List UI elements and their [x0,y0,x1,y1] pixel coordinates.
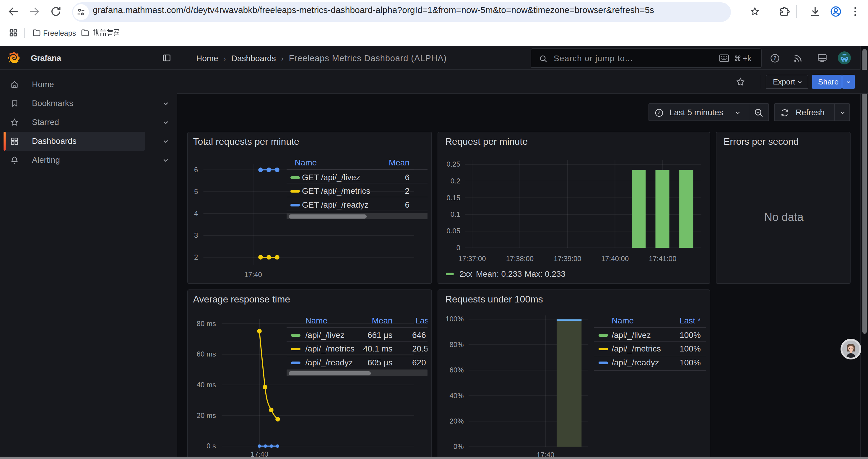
svg-text:20%: 20% [450,417,464,425]
svg-text:0%: 0% [454,442,464,451]
svg-text:17:40:00: 17:40:00 [601,255,629,263]
svg-text:17:41:00: 17:41:00 [649,255,676,263]
svg-text:6: 6 [194,166,198,174]
svg-text:20 ms: 20 ms [196,412,216,419]
svg-text:0 s: 0 s [206,442,216,450]
svg-text:0.15: 0.15 [446,194,460,202]
svg-text:40%: 40% [450,392,464,400]
svg-text:60%: 60% [450,366,464,374]
svg-text:17:38:00: 17:38:00 [506,255,533,263]
svg-text:17:40: 17:40 [244,270,262,278]
svg-text:0: 0 [457,244,460,252]
svg-text:3: 3 [194,231,198,239]
svg-text:?: ? [773,55,777,61]
svg-text:0.25: 0.25 [446,160,460,168]
svg-text:2: 2 [194,253,198,261]
svg-text:17:39:00: 17:39:00 [554,255,581,263]
svg-text:0.2: 0.2 [451,177,460,185]
svg-text:80 ms: 80 ms [196,320,216,328]
svg-text:60 ms: 60 ms [196,350,216,358]
svg-text:100%: 100% [445,315,464,323]
svg-text:0.05: 0.05 [446,227,460,235]
svg-text:80%: 80% [450,340,464,349]
svg-text:4: 4 [194,209,198,218]
svg-text:5: 5 [194,188,198,196]
svg-text:17:37:00: 17:37:00 [458,255,486,263]
svg-text:0.1: 0.1 [451,210,460,218]
svg-text:40 ms: 40 ms [196,381,216,389]
